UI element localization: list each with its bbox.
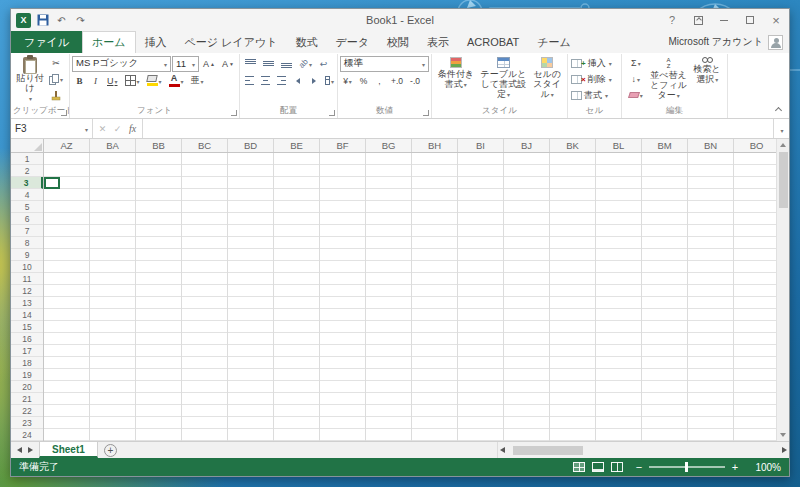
merge-center-button[interactable]: [322, 73, 337, 89]
number-format-combo[interactable]: 標準: [340, 56, 429, 72]
increase-font-size-button[interactable]: A▲: [200, 56, 218, 72]
column-header[interactable]: BE: [274, 139, 320, 152]
row-header[interactable]: 5: [11, 201, 43, 213]
conditional-formatting-button[interactable]: 条件付き書式: [434, 55, 478, 106]
increase-decimal-button[interactable]: +.0: [388, 73, 406, 89]
maximize-button[interactable]: [737, 10, 763, 31]
undo-icon[interactable]: ↶: [54, 13, 69, 28]
scroll-down-button[interactable]: [777, 429, 790, 441]
ribbon-tab[interactable]: 表示: [418, 31, 458, 53]
save-icon[interactable]: [35, 13, 50, 28]
row-header[interactable]: 1: [11, 153, 43, 165]
minimize-button[interactable]: [711, 10, 737, 31]
format-cells-button[interactable]: 書式: [570, 87, 619, 103]
alignment-dialog-launcher[interactable]: [329, 110, 335, 116]
active-cell-indicator[interactable]: [44, 177, 60, 189]
ribbon-tab[interactable]: データ: [326, 31, 378, 53]
name-box[interactable]: F3: [11, 119, 93, 138]
column-header[interactable]: BK: [550, 139, 596, 152]
font-color-button[interactable]: A: [166, 73, 187, 89]
column-header[interactable]: BO: [734, 139, 776, 152]
copy-button[interactable]: [46, 71, 66, 87]
ribbon-tab[interactable]: 校閲: [378, 31, 418, 53]
ribbon-tab[interactable]: チーム: [528, 31, 580, 53]
cut-button[interactable]: ✂: [46, 55, 66, 71]
titlebar[interactable]: X ↶ ↷ Book1 - Excel ? ×: [11, 9, 789, 31]
clear-button[interactable]: [624, 87, 648, 103]
enter-button[interactable]: ✓: [110, 124, 125, 134]
column-header[interactable]: BL: [596, 139, 642, 152]
row-header[interactable]: 14: [11, 309, 43, 321]
account-avatar-icon[interactable]: [768, 35, 783, 50]
find-select-button[interactable]: 検索と選択: [689, 55, 725, 103]
borders-button[interactable]: [122, 73, 143, 89]
zoom-slider-thumb[interactable]: [685, 462, 688, 472]
decrease-font-size-button[interactable]: A▼: [219, 56, 237, 72]
clipboard-dialog-launcher[interactable]: [61, 110, 67, 116]
paste-dropdown-icon[interactable]: [28, 94, 32, 104]
row-header[interactable]: 10: [11, 261, 43, 273]
row-header[interactable]: 17: [11, 345, 43, 357]
row-header[interactable]: 7: [11, 225, 43, 237]
delete-cells-button[interactable]: × 削除: [570, 71, 619, 87]
horizontal-scroll-track[interactable]: [507, 446, 780, 455]
insert-function-button[interactable]: fx: [125, 123, 140, 134]
close-button[interactable]: ×: [763, 10, 789, 31]
row-header[interactable]: 22: [11, 405, 43, 417]
format-as-table-button[interactable]: テーブルとして書式設定: [478, 55, 530, 106]
zoom-out-button[interactable]: −: [633, 461, 645, 473]
row-header[interactable]: 16: [11, 333, 43, 345]
row-header[interactable]: 11: [11, 273, 43, 285]
increase-indent-button[interactable]: [306, 73, 321, 89]
align-middle-button[interactable]: [260, 56, 277, 72]
zoom-slider-track[interactable]: [649, 466, 725, 468]
align-left-button[interactable]: [242, 73, 257, 89]
currency-format-button[interactable]: ¥: [340, 73, 355, 89]
cell-styles-button[interactable]: セルのスタイル: [529, 55, 565, 106]
font-name-combo[interactable]: MS Pゴシック: [72, 56, 171, 72]
row-header[interactable]: 23: [11, 417, 43, 429]
vertical-scrollbar[interactable]: [776, 139, 789, 441]
scroll-up-button[interactable]: [777, 139, 790, 151]
number-dialog-launcher[interactable]: [423, 110, 429, 116]
column-header[interactable]: BB: [136, 139, 182, 152]
row-header[interactable]: 15: [11, 321, 43, 333]
row-header[interactable]: 18: [11, 357, 43, 369]
column-header[interactable]: BA: [90, 139, 136, 152]
ribbon-tab[interactable]: 挿入: [136, 31, 176, 53]
align-top-button[interactable]: [242, 56, 259, 72]
row-header[interactable]: 3: [11, 177, 43, 189]
cells-area[interactable]: [44, 153, 776, 441]
redo-icon[interactable]: ↷: [73, 13, 88, 28]
horizontal-scroll-thumb[interactable]: [513, 446, 583, 455]
row-header[interactable]: 20: [11, 381, 43, 393]
previous-sheet-button[interactable]: [17, 447, 22, 453]
ribbon-tab[interactable]: ホーム: [82, 31, 136, 53]
column-header[interactable]: BI: [458, 139, 504, 152]
fill-button[interactable]: ↓: [624, 71, 648, 87]
row-header[interactable]: 6: [11, 213, 43, 225]
column-header[interactable]: BG: [366, 139, 412, 152]
column-header[interactable]: BD: [228, 139, 274, 152]
row-header[interactable]: 4: [11, 189, 43, 201]
align-right-button[interactable]: [274, 73, 289, 89]
row-header[interactable]: 8: [11, 237, 43, 249]
cancel-button[interactable]: ✕: [95, 124, 110, 134]
row-header[interactable]: 9: [11, 249, 43, 261]
autosum-button[interactable]: Σ: [624, 55, 648, 71]
row-header[interactable]: 19: [11, 369, 43, 381]
scroll-left-button[interactable]: [500, 447, 505, 453]
column-header[interactable]: BM: [642, 139, 688, 152]
orientation-button[interactable]: ab: [296, 56, 315, 72]
horizontal-scrollbar[interactable]: [497, 442, 789, 458]
decrease-decimal-button[interactable]: -.0: [407, 73, 423, 89]
ribbon-tab[interactable]: ACROBAT: [458, 31, 528, 53]
fill-color-button[interactable]: [144, 73, 165, 89]
page-break-view-button[interactable]: [611, 462, 623, 472]
format-painter-button[interactable]: [46, 87, 66, 103]
row-header[interactable]: 12: [11, 285, 43, 297]
column-header[interactable]: AZ: [44, 139, 90, 152]
row-header[interactable]: 13: [11, 297, 43, 309]
column-header[interactable]: BH: [412, 139, 458, 152]
ribbon-tab[interactable]: ページ レイアウト: [176, 31, 287, 53]
